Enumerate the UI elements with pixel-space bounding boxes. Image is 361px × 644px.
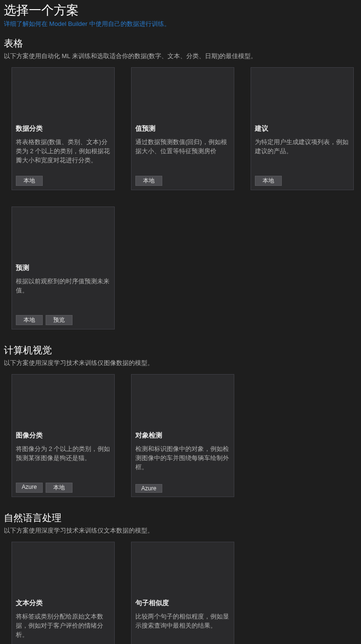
card-image-placeholder — [255, 72, 349, 124]
card-desc: 检测和标识图像中的对象，例如检测图像中的车并围绕每辆车绘制外框。 — [135, 445, 230, 484]
card-image-placeholder — [16, 72, 110, 124]
learn-more-link[interactable]: 详细了解如何在 Model Builder 中使用自己的数据进行训练。 — [0, 20, 361, 37]
page-title: 选择一个方案 — [0, 0, 361, 20]
section-title: 计算机视觉 — [0, 344, 361, 359]
card-title: 句子相似度 — [135, 599, 230, 608]
section-computer-vision: 计算机视觉 以下方案使用深度学习技术来训练仅图像数据的模型。 图像分类 将图像分… — [0, 344, 361, 510]
section-desc: 以下方案使用深度学习技术来训练仅文本数据的模型。 — [0, 526, 361, 542]
card-desc: 比较两个句子的相似程度，例如显示搜索查询中最相关的结果。 — [135, 612, 230, 644]
tag-azure: Azure — [16, 483, 43, 493]
card-desc: 根据以前观察到的时序值预测未来值。 — [16, 277, 110, 315]
card-title: 文本分类 — [16, 599, 110, 608]
section-nlp: 自然语言处理 以下方案使用深度学习技术来训练仅文本数据的模型。 文本分类 将标签… — [0, 511, 361, 644]
card-title: 预测 — [16, 264, 110, 272]
tag-local: 本地 — [16, 315, 43, 325]
card-row: 文本分类 将标签或类别分配给原始文本数据，例如对于客户评价的情绪分析。 本地 预… — [0, 542, 361, 644]
card-tags: Azure 本地 — [16, 483, 110, 493]
section-tabular: 表格 以下方案使用自动化 ML 来训练和选取适合你的数据(数字、文本、分类、日期… — [0, 37, 361, 342]
section-desc: 以下方案使用深度学习技术来训练仅图像数据的模型。 — [0, 359, 361, 374]
card-image-placeholder — [135, 546, 230, 599]
card-tags: Azure — [135, 484, 230, 493]
card-tags: 本地 预览 — [16, 315, 110, 325]
card-tags: 本地 — [135, 176, 230, 186]
tag-local: 本地 — [135, 176, 162, 186]
card-tags: 本地 — [255, 176, 349, 186]
card-image-classification[interactable]: 图像分类 将图像分为 2 个以上的类别，例如预测某张图像是狗还是猫。 Azure… — [12, 374, 115, 497]
card-title: 对象检测 — [135, 431, 230, 440]
card-object-detection[interactable]: 对象检测 检测和标识图像中的对象，例如检测图像中的车并围绕每辆车绘制外框。 Az… — [131, 374, 234, 497]
card-row: 图像分类 将图像分为 2 个以上的类别，例如预测某张图像是狗还是猫。 Azure… — [0, 374, 361, 510]
card-row: 数据分类 将表格数据(数值、类别、文本)分类为 2 个以上的类别，例如根据花瓣大… — [0, 67, 361, 342]
card-recommendation[interactable]: 建议 为特定用户生成建议项列表，例如建议的产品。 本地 — [251, 67, 354, 190]
card-title: 建议 — [255, 124, 349, 133]
card-title: 数据分类 — [16, 124, 110, 133]
tag-local: 本地 — [46, 483, 72, 493]
card-title: 图像分类 — [16, 431, 110, 440]
card-image-placeholder — [135, 378, 230, 431]
card-desc: 通过数据预测数值(回归)，例如根据大小、位置等特征预测房价 — [135, 138, 230, 176]
tag-azure: Azure — [135, 484, 162, 493]
card-forecasting[interactable]: 预测 根据以前观察到的时序值预测未来值。 本地 预览 — [12, 207, 115, 329]
card-tags: 本地 — [16, 176, 110, 186]
card-text-classification[interactable]: 文本分类 将标签或类别分配给原始文本数据，例如对于客户评价的情绪分析。 本地 预… — [12, 542, 115, 644]
section-title: 自然语言处理 — [0, 511, 361, 526]
card-title: 值预测 — [135, 124, 230, 133]
tag-local: 本地 — [16, 176, 43, 186]
card-image-placeholder — [16, 378, 110, 431]
card-image-placeholder — [135, 72, 230, 124]
card-image-placeholder — [16, 211, 110, 264]
section-desc: 以下方案使用自动化 ML 来训练和选取适合你的数据(数字、文本、分类、日期)的最… — [0, 52, 361, 67]
card-image-placeholder — [16, 546, 110, 599]
tag-preview: 预览 — [46, 315, 72, 325]
card-value-prediction[interactable]: 值预测 通过数据预测数值(回归)，例如根据大小、位置等特征预测房价 本地 — [131, 67, 234, 190]
card-desc: 将图像分为 2 个以上的类别，例如预测某张图像是狗还是猫。 — [16, 445, 110, 483]
tag-local: 本地 — [255, 176, 282, 186]
card-data-classification[interactable]: 数据分类 将表格数据(数值、类别、文本)分类为 2 个以上的类别，例如根据花瓣大… — [12, 67, 115, 190]
card-desc: 为特定用户生成建议项列表，例如建议的产品。 — [255, 138, 349, 176]
card-desc: 将标签或类别分配给原始文本数据，例如对于客户评价的情绪分析。 — [16, 612, 110, 644]
card-sentence-similarity[interactable]: 句子相似度 比较两个句子的相似程度，例如显示搜索查询中最相关的结果。 本地 预览 — [131, 542, 234, 644]
section-title: 表格 — [0, 37, 361, 52]
card-desc: 将表格数据(数值、类别、文本)分类为 2 个以上的类别，例如根据花瓣大小和宽度对… — [16, 138, 110, 176]
